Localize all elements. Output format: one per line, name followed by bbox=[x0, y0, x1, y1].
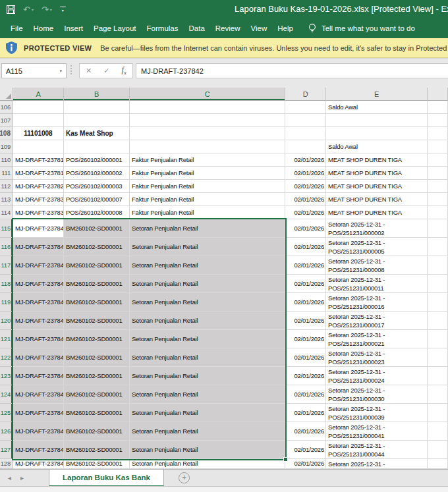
cell-D109[interactable] bbox=[285, 140, 326, 153]
cell-E112[interactable]: MEAT SHOP DUREN TIGA bbox=[326, 180, 428, 193]
cell-B123[interactable]: BM260102-SD00001 bbox=[64, 367, 130, 385]
cell-A122[interactable]: MJ-DRAFT-237842 bbox=[13, 348, 64, 367]
cell-D128[interactable]: 02/01/2026 bbox=[285, 459, 326, 469]
cell-F109[interactable] bbox=[428, 140, 448, 153]
cell-A120[interactable]: MJ-DRAFT-237842 bbox=[13, 312, 64, 330]
cell-F118[interactable] bbox=[428, 275, 448, 293]
cell-E117[interactable]: Setoran 2025-12-31 - POS/251231/000008 bbox=[326, 256, 428, 275]
cell-C117[interactable]: Setoran Penjualan Retail bbox=[130, 256, 285, 275]
cell-B116[interactable]: BM260102-SD00001 bbox=[64, 238, 130, 256]
cell-C111[interactable]: Faktur Penjualan Retail bbox=[130, 167, 285, 180]
cell-A124[interactable]: MJ-DRAFT-237842 bbox=[13, 385, 64, 404]
row-header-125[interactable]: 125 bbox=[0, 404, 13, 422]
cell-E115[interactable]: Setoran 2025-12-31 - POS/251231/000002 bbox=[326, 219, 428, 238]
cell-E116[interactable]: Setoran 2025-12-31 - POS/251231/000005 bbox=[326, 238, 428, 256]
cell-A127[interactable]: MJ-DRAFT-237842 bbox=[13, 441, 64, 459]
ribbon-tab-home[interactable]: Home bbox=[28, 18, 59, 38]
cell-D115[interactable]: 02/01/2026 bbox=[285, 219, 326, 238]
cell-E123[interactable]: Setoran 2025-12-31 - POS/251231/000024 bbox=[326, 367, 428, 385]
fill-handle[interactable] bbox=[283, 457, 288, 462]
cell-B114[interactable]: POS/260102/000008 bbox=[64, 206, 130, 219]
cell-A113[interactable]: MJ-DRAFT-237832 bbox=[13, 193, 64, 206]
undo-button[interactable]: ↶ ▾ bbox=[23, 5, 34, 14]
cell-C116[interactable]: Setoran Penjualan Retail bbox=[130, 238, 285, 256]
cell-B109[interactable] bbox=[64, 140, 130, 153]
customize-qat-button[interactable]: ▾ bbox=[60, 7, 66, 13]
cell-F115[interactable] bbox=[428, 219, 448, 238]
cell-B106[interactable] bbox=[64, 101, 130, 114]
cell-D125[interactable]: 02/01/2026 bbox=[285, 404, 326, 422]
row-header-120[interactable]: 120 bbox=[0, 312, 13, 330]
column-header-E[interactable]: E bbox=[326, 88, 428, 101]
cell-C128[interactable]: Setoran Penjualan Retail bbox=[130, 459, 285, 469]
cell-B128[interactable]: BM260102-SD00001 bbox=[64, 459, 130, 469]
cell-A117[interactable]: MJ-DRAFT-237842 bbox=[13, 256, 64, 275]
cell-D127[interactable]: 02/01/2026 bbox=[285, 441, 326, 459]
cancel-icon[interactable]: ✕ bbox=[86, 67, 92, 75]
ribbon-tab-help[interactable]: Help bbox=[272, 18, 298, 38]
cell-A121[interactable]: MJ-DRAFT-237842 bbox=[13, 330, 64, 348]
cell-A125[interactable]: MJ-DRAFT-237842 bbox=[13, 404, 64, 422]
cell-E121[interactable]: Setoran 2025-12-31 - POS/251231/000021 bbox=[326, 330, 428, 348]
ribbon-tab-review[interactable]: Review bbox=[210, 18, 246, 38]
cell-D116[interactable]: 02/01/2026 bbox=[285, 238, 326, 256]
cell-C108[interactable] bbox=[130, 127, 285, 140]
cell-D114[interactable]: 02/01/2026 bbox=[285, 206, 326, 219]
cell-F126[interactable] bbox=[428, 422, 448, 441]
row-header-124[interactable]: 124 bbox=[0, 385, 13, 404]
cell-F121[interactable] bbox=[428, 330, 448, 348]
cell-C125[interactable]: Setoran Penjualan Retail bbox=[130, 404, 285, 422]
cell-B112[interactable]: POS/260102/000003 bbox=[64, 180, 130, 193]
cell-E119[interactable]: Setoran 2025-12-31 - POS/251231/000016 bbox=[326, 293, 428, 312]
cell-E106[interactable]: Saldo Awal bbox=[326, 101, 428, 114]
cell-C126[interactable]: Setoran Penjualan Retail bbox=[130, 422, 285, 441]
cell-A114[interactable]: MJ-DRAFT-237834 bbox=[13, 206, 64, 219]
column-header-A[interactable]: A bbox=[13, 88, 64, 101]
cell-B118[interactable]: BM260102-SD00001 bbox=[64, 275, 130, 293]
cell-F116[interactable] bbox=[428, 238, 448, 256]
row-header-122[interactable]: 122 bbox=[0, 348, 13, 367]
tell-me-box[interactable]: Tell me what you want to do bbox=[308, 23, 415, 34]
cell-A116[interactable]: MJ-DRAFT-237842 bbox=[13, 238, 64, 256]
cell-B115[interactable]: BM260102-SD00001 bbox=[64, 219, 130, 238]
row-header-115[interactable]: 115 bbox=[0, 219, 13, 238]
ribbon-tab-view[interactable]: View bbox=[246, 18, 273, 38]
cell-A119[interactable]: MJ-DRAFT-237842 bbox=[13, 293, 64, 312]
cell-F111[interactable] bbox=[428, 167, 448, 180]
cell-C124[interactable]: Setoran Penjualan Retail bbox=[130, 385, 285, 404]
cell-A126[interactable]: MJ-DRAFT-237842 bbox=[13, 422, 64, 441]
cell-C127[interactable]: Setoran Penjualan Retail bbox=[130, 441, 285, 459]
cell-F125[interactable] bbox=[428, 404, 448, 422]
cell-D120[interactable]: 02/01/2026 bbox=[285, 312, 326, 330]
cell-E109[interactable]: Saldo Awal bbox=[326, 140, 428, 153]
cell-D126[interactable]: 02/01/2026 bbox=[285, 422, 326, 441]
cell-F108[interactable] bbox=[428, 127, 448, 140]
enter-icon[interactable]: ✓ bbox=[103, 67, 109, 75]
row-header-123[interactable]: 123 bbox=[0, 367, 13, 385]
cell-E124[interactable]: Setoran 2025-12-31 - POS/251231/000030 bbox=[326, 385, 428, 404]
cell-A128[interactable]: MJ-DRAFT-237842 bbox=[13, 459, 64, 469]
cell-B126[interactable]: BM260102-SD00001 bbox=[64, 422, 130, 441]
cell-C115[interactable]: Setoran Penjualan Retail bbox=[130, 219, 285, 238]
cell-F123[interactable] bbox=[428, 367, 448, 385]
cell-A112[interactable]: MJ-DRAFT-237822 bbox=[13, 180, 64, 193]
redo-dropdown-caret[interactable]: ▾ bbox=[50, 7, 52, 12]
row-header-117[interactable]: 117 bbox=[0, 256, 13, 275]
cell-D110[interactable]: 02/01/2026 bbox=[285, 153, 326, 167]
row-header-112[interactable]: 112 bbox=[0, 180, 13, 193]
row-header-113[interactable]: 113 bbox=[0, 193, 13, 206]
cell-C106[interactable] bbox=[130, 101, 285, 114]
cell-B125[interactable]: BM260102-SD00001 bbox=[64, 404, 130, 422]
cell-C119[interactable]: Setoran Penjualan Retail bbox=[130, 293, 285, 312]
ribbon-tab-insert[interactable]: Insert bbox=[59, 18, 88, 38]
select-all-corner[interactable] bbox=[0, 88, 13, 101]
cell-B119[interactable]: BM260102-SD00001 bbox=[64, 293, 130, 312]
name-box-caret-icon[interactable]: ▾ bbox=[59, 68, 62, 74]
cell-D111[interactable]: 02/01/2026 bbox=[285, 167, 326, 180]
cell-F110[interactable] bbox=[428, 153, 448, 167]
cell-D107[interactable] bbox=[285, 114, 326, 127]
save-button[interactable] bbox=[7, 5, 15, 14]
row-header-111[interactable]: 111 bbox=[0, 167, 13, 180]
cell-E118[interactable]: Setoran 2025-12-31 - POS/251231/000011 bbox=[326, 275, 428, 293]
cell-E120[interactable]: Setoran 2025-12-31 - POS/251231/000017 bbox=[326, 312, 428, 330]
